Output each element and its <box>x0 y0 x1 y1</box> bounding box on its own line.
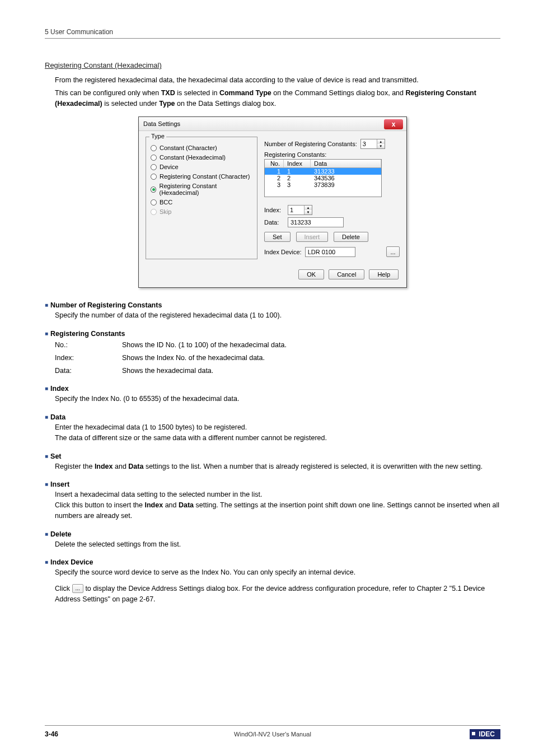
index-label: Index: <box>264 207 284 213</box>
index-device-input[interactable] <box>305 247 355 257</box>
chapter-label: 5 User Communication <box>45 28 113 36</box>
dialog-titlebar[interactable]: Data Settings x <box>139 117 406 131</box>
browse-button[interactable]: ... <box>386 246 400 257</box>
radio-registering-constant-hex[interactable]: Registering Constant (Hexadecimal) <box>151 183 252 196</box>
section-title: Registering Constant (Hexadecimal) <box>45 61 500 69</box>
radio-icon <box>151 209 157 215</box>
num-constants-input[interactable] <box>361 141 377 147</box>
bullet-icon: ■ <box>45 453 48 459</box>
radio-icon <box>151 186 156 193</box>
brand-logo: IDEC <box>470 729 500 739</box>
bullet-icon: ■ <box>45 302 48 308</box>
data-input[interactable] <box>288 217 344 227</box>
desc-heading: ■Insert <box>45 480 500 488</box>
type-groupbox: Type Constant (Character) Constant (Hexa… <box>146 137 257 259</box>
data-label: Data: <box>264 219 284 226</box>
radio-bcc[interactable]: BCC <box>151 199 252 206</box>
insert-button[interactable]: Insert <box>296 232 329 242</box>
bullet-icon: ■ <box>45 481 48 487</box>
ok-button[interactable]: OK <box>298 269 324 279</box>
index-device-label: Index Device: <box>264 249 302 255</box>
intro-line-1: From the registered hexadecimal data, th… <box>55 75 500 86</box>
delete-button[interactable]: Delete <box>334 232 368 242</box>
bullet-icon: ■ <box>45 559 48 565</box>
radio-icon <box>151 155 157 161</box>
dialog-title: Data Settings <box>143 120 180 127</box>
radio-icon <box>151 199 157 206</box>
intro-line-2: This can be configured only when TXD is … <box>55 88 500 109</box>
desc-heading: ■Set <box>45 452 500 460</box>
radio-registering-constant-character[interactable]: Registering Constant (Character) <box>151 173 252 180</box>
index-spinner[interactable]: ▲▼ <box>288 205 312 215</box>
desc-heading: ■Index <box>45 385 500 393</box>
footer-title: WindO/I-NV2 User's Manual <box>45 731 500 738</box>
list-row[interactable]: 3 3 373839 <box>265 181 381 188</box>
radio-icon <box>151 145 157 151</box>
radio-icon <box>151 174 157 180</box>
bullet-icon: ■ <box>45 330 48 337</box>
radio-skip: Skip <box>151 208 252 215</box>
registering-constants-label: Registering Constants: <box>264 151 400 158</box>
radio-constant-character[interactable]: Constant (Character) <box>151 144 252 151</box>
list-header: No. Index Data <box>265 160 381 168</box>
data-settings-dialog: Data Settings x Type Constant (Character… <box>138 116 407 288</box>
radio-icon <box>151 164 157 170</box>
radio-constant-hex[interactable]: Constant (Hexadecimal) <box>151 154 252 161</box>
index-input[interactable] <box>288 207 304 213</box>
list-row[interactable]: 2 2 343536 <box>265 175 381 181</box>
desc-heading: ■Registering Constants <box>45 330 500 338</box>
registering-constants-list[interactable]: No. Index Data 1 1 313233 2 2 343536 <box>264 159 382 197</box>
num-constants-spinner[interactable]: ▲▼ <box>360 139 385 149</box>
desc-heading: ■Index Device <box>45 558 500 566</box>
bullet-icon: ■ <box>45 414 48 420</box>
browse-icon: ... <box>72 584 83 593</box>
page-header: 5 User Communication <box>45 28 500 39</box>
desc-heading: ■Number of Registering Constants <box>45 301 500 309</box>
radio-device[interactable]: Device <box>151 164 252 170</box>
list-row[interactable]: 1 1 313233 <box>265 168 381 175</box>
bullet-icon: ■ <box>45 385 48 391</box>
type-legend: Type <box>149 133 166 139</box>
spinner-arrows[interactable]: ▲▼ <box>304 206 312 214</box>
num-constants-label: Number of Registering Constants: <box>264 141 357 147</box>
cancel-button[interactable]: Cancel <box>329 269 364 279</box>
close-icon[interactable]: x <box>384 119 403 129</box>
help-button[interactable]: Help <box>369 269 399 279</box>
set-button[interactable]: Set <box>264 232 291 242</box>
desc-heading: ■Data <box>45 413 500 421</box>
spinner-arrows[interactable]: ▲▼ <box>377 139 385 148</box>
desc-heading: ■Delete <box>45 530 500 538</box>
page-footer: 3-46 WindO/I-NV2 User's Manual IDEC <box>45 725 500 739</box>
bullet-icon: ■ <box>45 531 48 537</box>
